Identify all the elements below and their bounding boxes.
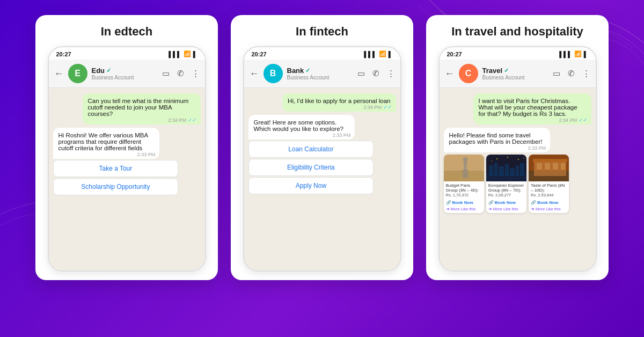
svg-rect-13 [510, 168, 515, 176]
status-time: 20:27 [56, 51, 71, 57]
more-like-btn-1[interactable]: ➜ More Like this [444, 206, 484, 213]
wifi-icon: 📶 [184, 50, 191, 57]
fintech-contact-subtitle: Business Account [287, 75, 353, 80]
book-now-btn-3[interactable]: 🔗 Book Now [529, 199, 569, 206]
travel-phone: 20:27 ▌▌▌ 📶 ▌ ← C Travel ✓ Business Acco… [438, 46, 597, 272]
status-icons-3: ▌▌▌ 📶 ▌ [559, 50, 588, 57]
travel-received-msg: Hello! Please find some travel packages … [444, 128, 551, 152]
edtech-chat: Can you tell me what is the minimum cuto… [49, 88, 205, 270]
edtech-card: In edtech 20:27 ▌▌▌ 📶 ▌ ← E Edu ✓ [35, 15, 218, 280]
video-icon[interactable]: ▭ [162, 69, 170, 78]
edtech-action-btn-2[interactable]: Scholarship Opportunity [53, 178, 179, 195]
fintech-avatar: B [264, 64, 283, 83]
edtech-contact-name: Edu ✓ [92, 67, 158, 75]
svg-rect-11 [499, 166, 504, 176]
book-icon-1: 🔗 [446, 200, 451, 205]
msg-ticks: ✓✓ [188, 117, 196, 123]
video-icon-3[interactable]: ▭ [553, 69, 560, 78]
fintech-phone: 20:27 ▌▌▌ 📶 ▌ ← B Bank ✓ Business Accoun… [243, 46, 401, 272]
book-icon-2: 🔗 [488, 200, 494, 205]
fintech-card: In fintech 20:27 ▌▌▌ 📶 ▌ ← B Bank ✓ [231, 15, 413, 280]
fintech-header-actions: ▭ ✆ ⋮ [357, 69, 395, 78]
fintech-action-btn-2[interactable]: Eligibility Criteria [248, 159, 374, 176]
fintech-action-btn-3[interactable]: Apply Now [248, 177, 374, 194]
signal-icon-3: ▌▌▌ [559, 51, 572, 57]
travel-avatar: C [459, 64, 478, 83]
svg-point-19 [491, 160, 492, 162]
svg-point-17 [507, 157, 508, 158]
status-icons-2: ▌▌▌ 📶 ▌ [364, 50, 392, 57]
edtech-phone: 20:27 ▌▌▌ 📶 ▌ ← E Edu ✓ Business Account [48, 46, 206, 272]
travel-img-2 [486, 155, 526, 181]
status-time-3: 20:27 [447, 51, 462, 57]
msg-ticks-2: ✓✓ [383, 104, 392, 110]
travel-sent-msg: I want to visit Paris for Christmas. Wha… [473, 93, 591, 124]
back-icon[interactable]: ← [54, 68, 64, 79]
svg-point-18 [518, 159, 519, 160]
travel-title: In travel and hospitality [451, 25, 583, 39]
fintech-title: In fintech [296, 25, 348, 39]
battery-icon-3: ▌ [584, 51, 588, 57]
svg-point-16 [496, 158, 497, 159]
svg-rect-26 [553, 163, 558, 170]
battery-icon-2: ▌ [389, 51, 393, 57]
travel-img-1 [444, 155, 484, 181]
svg-marker-3 [462, 170, 469, 173]
travel-card-2-info: European Explorer Group (8N – 7D): Rs. 2… [486, 181, 526, 199]
edtech-sent-msg: Can you tell me what is the minimum cuto… [83, 93, 201, 124]
travel-package-2: European Explorer Group (8N – 7D): Rs. 2… [486, 155, 526, 213]
fintech-chat: Hi, I'd like to apply for a personal loa… [244, 88, 400, 270]
travel-package-1: Budget Paris Group (3N – 4D): Rs. 1,70,3… [444, 155, 484, 213]
edtech-contact-subtitle: Business Account [92, 75, 158, 80]
travel-card: In travel and hospitality 20:27 ▌▌▌ 📶 ▌ … [426, 15, 609, 280]
menu-icon-3[interactable]: ⋮ [582, 69, 590, 78]
travel-contact-subtitle: Business Account [482, 75, 548, 80]
menu-icon[interactable]: ⋮ [192, 69, 200, 78]
svg-rect-24 [537, 163, 542, 170]
video-icon-2[interactable]: ▭ [357, 69, 365, 78]
travel-wa-header: ← C Travel ✓ Business Account ▭ ✆ ⋮ [440, 60, 596, 88]
verified-icon-2: ✓ [305, 67, 310, 74]
more-like-btn-2[interactable]: ➜ More Like this [486, 206, 526, 213]
fintech-action-btn-1[interactable]: Loan Calculator [248, 141, 374, 158]
travel-contact-name: Travel ✓ [482, 67, 548, 75]
travel-card-3-info: Taste of Paris (8N – 10D): Rs. 2,53,844 [529, 181, 569, 199]
msg-ticks-3: ✓✓ [579, 117, 587, 123]
travel-header-actions: ▭ ✆ ⋮ [553, 69, 590, 78]
svg-rect-27 [561, 163, 565, 170]
wifi-icon-3: 📶 [574, 50, 582, 57]
signal-icon: ▌▌▌ [169, 51, 181, 57]
travel-card-1-price: Rs. 1,70,372 [446, 193, 482, 197]
edtech-avatar: E [68, 64, 87, 83]
more-like-btn-3[interactable]: ➜ More Like this [529, 206, 569, 213]
menu-icon-2[interactable]: ⋮ [387, 69, 395, 78]
back-icon-3[interactable]: ← [445, 68, 455, 79]
cards-container: In edtech 20:27 ▌▌▌ 📶 ▌ ← E Edu ✓ [0, 0, 644, 291]
call-icon-3[interactable]: ✆ [568, 69, 575, 78]
fintech-wa-header: ← B Bank ✓ Business Account ▭ ✆ ⋮ [244, 60, 400, 88]
book-icon-3: 🔗 [531, 200, 536, 205]
edtech-received-msg: Hi Roshni! We offer various MBA programs… [53, 128, 160, 159]
book-now-btn-2[interactable]: 🔗 Book Now [486, 199, 526, 206]
svg-rect-25 [545, 163, 550, 170]
travel-img-3 [529, 155, 569, 181]
travel-card-3-name: Taste of Paris (8N – 10D): [531, 183, 567, 193]
svg-point-20 [523, 158, 524, 159]
svg-rect-9 [489, 165, 493, 176]
status-icons: ▌▌▌ 📶 ▌ [169, 50, 197, 57]
edtech-action-btn-1[interactable]: Take a Tour [53, 160, 179, 177]
status-bar-edtech: 20:27 ▌▌▌ 📶 ▌ [49, 47, 205, 60]
status-bar-travel: 20:27 ▌▌▌ 📶 ▌ [440, 47, 596, 60]
travel-card-3-price: Rs. 2,53,844 [531, 193, 567, 197]
travel-contact-info: Travel ✓ Business Account [482, 67, 548, 80]
call-icon-2[interactable]: ✆ [372, 69, 379, 78]
book-now-btn-1[interactable]: 🔗 Book Now [444, 199, 484, 206]
signal-icon-2: ▌▌▌ [364, 51, 376, 57]
travel-card-2-name: European Explorer Group (8N – 7D): [488, 183, 524, 193]
svg-rect-10 [494, 163, 497, 176]
fintech-contact-name: Bank ✓ [287, 67, 353, 75]
call-icon[interactable]: ✆ [177, 69, 184, 78]
travel-card-1-info: Budget Paris Group (3N – 4D): Rs. 1,70,3… [444, 181, 484, 199]
travel-card-2-price: Rs. 2,09,277 [488, 193, 524, 197]
back-icon-2[interactable]: ← [250, 68, 259, 79]
